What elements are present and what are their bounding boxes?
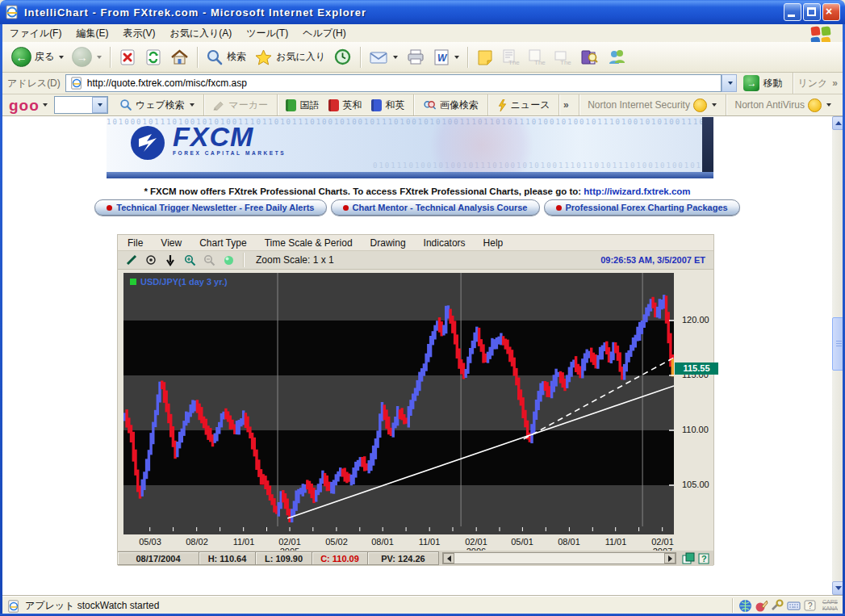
menu-file[interactable]: ファイル(F) — [2, 24, 69, 43]
address-input[interactable] — [86, 75, 720, 91]
zoom-scale-label: Zoom Scale: 1 x 1 — [256, 254, 334, 266]
status-indicator-icon — [220, 253, 237, 268]
back-button[interactable]: ← 戻る — [7, 44, 68, 69]
zoom-out-button[interactable] — [200, 253, 218, 268]
goo-image-search-button[interactable]: 画像検索 — [418, 97, 483, 114]
applet-menu-help[interactable]: Help — [483, 237, 504, 249]
goo-dict-kokugo-button[interactable]: 国語 — [281, 97, 324, 114]
title-bar[interactable]: IntelliChart - From FXtrek.com - Microso… — [0, 0, 845, 24]
zoom-in-button[interactable] — [181, 253, 199, 268]
caps-kana-indicator: CAPS KANA — [819, 599, 838, 612]
search-button[interactable]: 検索 — [202, 46, 250, 69]
x-axis-label: 08/01 — [551, 537, 587, 547]
goo-marker-button[interactable]: マーカー — [207, 97, 273, 114]
goo-search-input[interactable] — [54, 96, 108, 114]
norton-av-icon — [808, 98, 822, 112]
iwizard-link[interactable]: http://iwizard.fxtrek.com — [584, 186, 690, 196]
window-left-edge — [0, 24, 2, 616]
page-content: 1010001011101001010100111011010111010010… — [2, 116, 832, 595]
chart-horizontal-scrollbar[interactable] — [442, 552, 676, 564]
applet-menu-indicators[interactable]: Indicators — [424, 237, 466, 249]
x-axis-label: 11/01 — [226, 537, 261, 547]
chart-applet: File View Chart Type Time Scale & Period… — [117, 234, 714, 565]
translate-selection-icon: The — [528, 48, 546, 66]
applet-menu-chart-type[interactable]: Chart Type — [199, 237, 246, 249]
goo-news-button[interactable]: ニュース — [492, 97, 555, 114]
page-ie-icon — [70, 77, 83, 90]
goo-search-icon — [119, 98, 132, 111]
promo-chart-mentor-button[interactable]: Chart Mentor - Technical Analysis Course — [331, 199, 540, 216]
go-button[interactable]: → 移動 — [743, 75, 782, 91]
edit-with-word-button[interactable]: W — [429, 46, 463, 69]
home-icon — [170, 48, 189, 66]
scroll-left-button[interactable] — [443, 553, 454, 564]
applet-menu-view[interactable]: View — [161, 237, 182, 249]
promo-charting-packages-button[interactable]: Professional Forex Charting Packages — [544, 199, 740, 216]
fxcm-wordmark: FXCM — [173, 124, 286, 149]
maximize-button[interactable] — [803, 3, 821, 21]
minimize-button[interactable] — [784, 3, 801, 21]
translate-page-button[interactable]: The — [498, 46, 524, 69]
menu-tools[interactable]: ツール(T) — [239, 24, 295, 43]
refresh-icon — [144, 48, 162, 66]
down-arrow-tool-button[interactable] — [161, 253, 179, 268]
promo-newsletter-button[interactable]: Technical Trigger Newsletter - Free Dail… — [94, 199, 326, 216]
history-button[interactable] — [329, 45, 356, 69]
messenger-button[interactable] — [603, 46, 630, 69]
menu-help[interactable]: ヘルプ(H) — [295, 24, 353, 43]
applet-toolbar: Zoom Scale: 1 x 1 09:26:53 AM, 3/5/2007 … — [118, 251, 713, 270]
norton-internet-security[interactable]: Norton Internet Security — [583, 97, 722, 114]
address-label: アドレス(D) — [7, 77, 61, 90]
refresh-button[interactable] — [140, 46, 166, 69]
goo-toolbar: goo ウェブ検索 マーカー 国語 英和 和英 — [2, 94, 843, 116]
back-icon: ← — [11, 47, 31, 67]
favorites-button[interactable]: お気に入り — [250, 46, 329, 69]
dictionary-button[interactable] — [575, 46, 603, 69]
line-tool-button[interactable] — [123, 253, 140, 268]
address-dropdown-button[interactable] — [722, 74, 737, 92]
norton-antivirus[interactable]: Norton AntiVirus — [730, 97, 836, 114]
ime-tool-icon[interactable] — [771, 599, 784, 613]
ime-globe-icon[interactable] — [738, 599, 752, 613]
applet-menu-time-scale[interactable]: Time Scale & Period — [265, 237, 353, 249]
chart-legend: USD/JPY(1 day 3 yr.) — [130, 277, 228, 287]
fxcm-logo-icon — [129, 124, 166, 161]
menu-favorites[interactable]: お気に入り(A) — [162, 24, 239, 43]
goo-more-chevron[interactable]: » — [563, 99, 569, 111]
print-button[interactable] — [402, 46, 429, 69]
goo-dict-eiwa-button[interactable]: 英和 — [324, 97, 366, 114]
x-axis-label: 02/01 — [458, 537, 494, 547]
print-icon — [406, 48, 425, 66]
links-chevron[interactable]: » — [832, 78, 838, 89]
translate-selection-button[interactable]: The — [524, 46, 550, 69]
ime-help-icon[interactable]: ? — [803, 599, 817, 613]
forward-button[interactable]: → — [68, 44, 106, 69]
ime-pen-icon[interactable] — [755, 599, 768, 613]
goo-dict-waei-button[interactable]: 和英 — [366, 97, 409, 114]
menu-view[interactable]: 表示(V) — [115, 24, 162, 43]
menu-edit[interactable]: 編集(E) — [69, 24, 115, 43]
note-icon — [476, 48, 494, 66]
applet-menu-drawing[interactable]: Drawing — [370, 237, 406, 249]
price-chart[interactable] — [123, 273, 674, 526]
marker-pen-icon — [212, 99, 225, 111]
goo-web-search-button[interactable]: ウェブ検索 — [115, 97, 199, 114]
goo-logo[interactable]: goo — [9, 98, 40, 113]
mail-button[interactable] — [365, 47, 402, 68]
stop-button[interactable] — [115, 46, 140, 69]
ime-keyboard-icon[interactable] — [787, 599, 801, 613]
stop-icon — [119, 48, 136, 66]
favorites-star-icon — [254, 48, 273, 66]
close-button[interactable]: × — [822, 3, 840, 21]
goo-search-dropdown[interactable] — [92, 97, 107, 113]
applet-help-button[interactable]: ? — [697, 552, 710, 564]
home-button[interactable] — [166, 46, 193, 69]
new-chart-button[interactable] — [682, 552, 695, 564]
translate-word-button[interactable]: The — [550, 46, 575, 69]
svg-text:The: The — [508, 59, 520, 66]
sticky-note-button[interactable] — [472, 46, 498, 69]
crosshair-tool-button[interactable] — [142, 253, 160, 268]
links-label[interactable]: リンク — [797, 77, 827, 90]
applet-menu-file[interactable]: File — [128, 237, 143, 249]
scroll-right-button[interactable] — [664, 553, 676, 564]
